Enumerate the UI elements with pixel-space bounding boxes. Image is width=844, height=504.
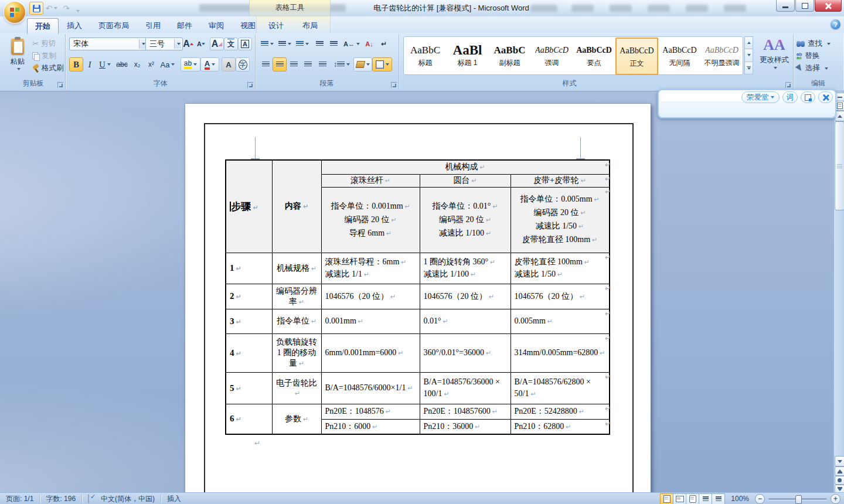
tab-layout[interactable]: 布局: [294, 18, 326, 33]
increase-indent-button[interactable]: [326, 38, 341, 50]
ime-close-button[interactable]: [818, 91, 833, 103]
previous-page-button[interactable]: [835, 466, 844, 476]
ime-name-menu[interactable]: 荣爱堂: [741, 91, 780, 103]
character-border-button[interactable]: A: [238, 38, 252, 50]
table-cell[interactable]: Pn20E：1048576: [321, 404, 420, 419]
font-color-button[interactable]: A: [200, 57, 219, 71]
gear-ratio-table[interactable]: 步骤 内容 机械构成 滚珠丝杆 圆台 皮带+皮带轮 指令单位：0.001mm 编…: [225, 159, 610, 435]
table-cell[interactable]: 0.01°: [420, 309, 511, 333]
cut-button[interactable]: ✂剪切: [32, 38, 56, 50]
zoom-level[interactable]: 100%: [725, 495, 755, 503]
italic-button[interactable]: I: [83, 57, 96, 71]
bold-button[interactable]: B: [69, 57, 83, 71]
borders-button[interactable]: [372, 57, 392, 71]
table-cell-group-header[interactable]: 机械构成: [321, 160, 610, 174]
table-cell[interactable]: 1046576（20 位）: [420, 284, 511, 309]
table-cell-name[interactable]: 电子齿轮比: [272, 372, 321, 404]
table-cell-step[interactable]: 4: [226, 333, 272, 372]
shading-button[interactable]: [353, 57, 372, 71]
scroll-down-button[interactable]: [835, 456, 844, 466]
page-indicator[interactable]: 页面: 1/1: [0, 494, 39, 504]
phonetic-guide-button[interactable]: 文: [224, 38, 238, 50]
table-cell-machine-type[interactable]: 圆台: [420, 174, 511, 187]
table-cell-step[interactable]: 1: [226, 253, 272, 284]
undo-button[interactable]: ↶: [45, 2, 58, 14]
grow-font-button[interactable]: A: [182, 38, 195, 50]
table-cell-spec[interactable]: 指令单位：0.005mm 编码器 20 位 减速比 1/50 皮带轮直径 100…: [511, 187, 610, 253]
document-page[interactable]: 步骤 内容 机械构成 滚珠丝杆 圆台 皮带+皮带轮 指令单位：0.001mm 编…: [185, 104, 651, 492]
font-size-combo[interactable]: 三号: [145, 38, 183, 50]
table-cell[interactable]: Pn210：6000: [321, 419, 420, 434]
table-cell-machine-type[interactable]: 皮带+皮带轮: [511, 174, 610, 187]
office-button[interactable]: [4, 2, 25, 23]
zoom-in-button[interactable]: +: [831, 494, 840, 504]
table-cell-name[interactable]: 指令单位: [272, 309, 321, 333]
numbering-button[interactable]: [276, 38, 294, 50]
table-cell[interactable]: 314mm/0.005mm=62800: [511, 333, 610, 372]
style-strong[interactable]: AaBbCcD要点: [573, 38, 615, 74]
copy-button[interactable]: 复制: [32, 50, 57, 62]
proofing-status[interactable]: [82, 495, 95, 503]
line-spacing-button[interactable]: ↕: [331, 57, 352, 71]
table-cell[interactable]: Pn20E：104857600: [420, 404, 511, 419]
tab-review[interactable]: 审阅: [202, 18, 231, 33]
table-cell[interactable]: Pn210：36000: [420, 419, 511, 434]
table-cell[interactable]: B/A=1048576/6000×1/1: [321, 372, 420, 404]
tab-insert[interactable]: 插入: [60, 18, 89, 33]
table-cell-content-header[interactable]: 内容: [272, 160, 321, 253]
table-cell-name[interactable]: 参数: [272, 404, 321, 434]
table-cell[interactable]: 皮带轮直径 100mm减速比 1/50: [511, 253, 610, 284]
align-left-button[interactable]: [258, 57, 273, 71]
shrink-font-button[interactable]: A: [195, 38, 207, 50]
enclose-characters-button[interactable]: 字: [236, 57, 250, 71]
change-styles-button[interactable]: AA 更改样式: [757, 36, 791, 79]
table-cell[interactable]: B/A=1048576/36000 ×100/1: [420, 372, 511, 404]
table-cell-step[interactable]: 5: [226, 372, 272, 404]
find-button[interactable]: 查找: [793, 38, 843, 50]
format-painter-button[interactable]: 格式刷: [32, 62, 64, 74]
table-cell[interactable]: 360°/0.01°=36000: [420, 333, 511, 372]
strikethrough-button[interactable]: abc: [114, 57, 130, 71]
table-cell[interactable]: 0.005mm: [511, 309, 610, 333]
align-right-button[interactable]: [287, 57, 301, 71]
style-normal[interactable]: AaBbCcD正文: [615, 38, 658, 75]
paragraph-dialog-launcher[interactable]: [391, 82, 397, 88]
style-heading[interactable]: AaBbC标题: [404, 38, 446, 74]
language-indicator[interactable]: 中文(简体，中国): [95, 494, 161, 504]
align-center-button[interactable]: [273, 57, 287, 71]
table-cell[interactable]: 0.001mm: [321, 309, 420, 333]
zoom-out-button[interactable]: −: [755, 494, 765, 504]
table-cell[interactable]: B/A=1048576/62800 ×50/1: [511, 372, 610, 404]
asian-layout-button[interactable]: A↔: [342, 38, 362, 50]
print-layout-view-button[interactable]: [660, 493, 673, 504]
table-cell-step-header[interactable]: 步骤: [226, 160, 272, 253]
styles-more-button[interactable]: [744, 62, 753, 74]
insert-mode-indicator[interactable]: 插入: [161, 494, 187, 504]
text-highlight-button[interactable]: ab: [181, 57, 200, 71]
table-cell[interactable]: 1046576（20 位）: [321, 284, 420, 309]
table-cell-name[interactable]: 负载轴旋转 1 圈的移动量: [272, 333, 321, 372]
character-shading-button[interactable]: A: [222, 57, 236, 71]
style-heading1[interactable]: AaBl标题 1: [447, 38, 488, 74]
clear-formatting-button[interactable]: A◢: [210, 38, 224, 50]
table-cell[interactable]: Pn210：62800: [511, 419, 610, 434]
style-no-spacing[interactable]: AaBbCcD无间隔: [659, 38, 700, 74]
change-case-button[interactable]: Aa: [158, 57, 177, 71]
table-cell-name[interactable]: 机械规格: [272, 253, 321, 284]
distribute-button[interactable]: [315, 57, 330, 71]
tab-mailings[interactable]: 邮件: [170, 18, 199, 33]
table-cell-machine-type[interactable]: 滚珠丝杆: [321, 174, 420, 187]
style-emphasis[interactable]: AaBbCcD强调: [531, 38, 573, 74]
decrease-indent-button[interactable]: [312, 38, 326, 50]
zoom-slider-thumb[interactable]: [795, 495, 802, 504]
table-cell[interactable]: 6mm/0.001mm=6000: [321, 333, 420, 372]
tab-references[interactable]: 引用: [138, 18, 168, 33]
styles-scroll-up-button[interactable]: [744, 36, 753, 49]
ime-word-button[interactable]: 词: [782, 91, 798, 103]
table-cell[interactable]: 1046576（20 位）: [511, 284, 610, 309]
scrollbar-thumb[interactable]: [835, 121, 844, 210]
table-cell-step[interactable]: 2: [226, 284, 272, 309]
styles-dialog-launcher[interactable]: [785, 82, 791, 88]
close-button[interactable]: [815, 0, 842, 12]
select-browse-object-button[interactable]: [835, 476, 844, 485]
